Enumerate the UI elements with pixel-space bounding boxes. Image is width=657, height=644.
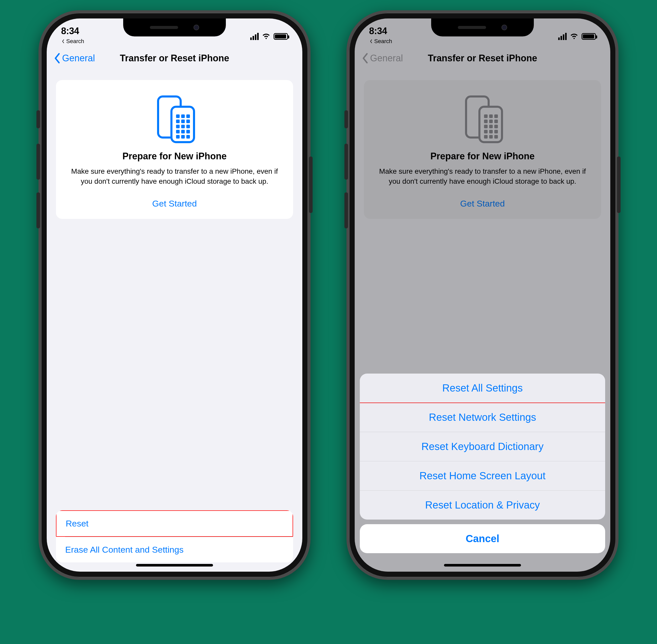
reset-label: Reset	[66, 519, 89, 528]
svg-rect-6	[181, 119, 185, 123]
breadcrumb-back-label: Search	[66, 38, 84, 45]
screen-right: 8:34 Search General Transfer or Reset iP…	[355, 19, 610, 572]
svg-rect-15	[181, 135, 185, 139]
volume-down-button	[344, 192, 348, 228]
cellular-signal-icon	[250, 33, 259, 40]
sheet-item-reset-network[interactable]: Reset Network Settings	[360, 403, 605, 432]
svg-rect-13	[186, 130, 190, 133]
sheet-item-reset-keyboard[interactable]: Reset Keyboard Dictionary	[360, 432, 605, 461]
battery-icon	[274, 33, 288, 40]
side-button	[617, 157, 620, 213]
silent-switch	[37, 110, 40, 128]
reset-action-sheet: Reset All Settings Reset Network Setting…	[360, 373, 605, 553]
svg-rect-2	[176, 114, 180, 118]
prepare-card: Prepare for New iPhone Make sure everyth…	[56, 80, 293, 219]
content-area: Prepare for New iPhone Make sure everyth…	[47, 70, 302, 572]
prepare-body: Make sure everything's ready to transfer…	[66, 166, 283, 186]
erase-label: Erase All Content and Settings	[65, 545, 183, 554]
iphone-frame-left: 8:34 Search General Transfer or Reset iP…	[39, 10, 311, 580]
silent-switch	[344, 110, 348, 128]
status-time: 8:34	[61, 26, 79, 37]
get-started-button[interactable]: Get Started	[152, 199, 197, 209]
volume-down-button	[37, 192, 40, 228]
svg-rect-16	[186, 135, 190, 139]
front-camera	[501, 25, 507, 30]
chevron-left-icon	[61, 39, 65, 43]
notch	[123, 19, 226, 37]
sheet-item-reset-all[interactable]: Reset All Settings	[360, 373, 605, 402]
svg-rect-10	[186, 125, 190, 128]
nav-back-label: General	[62, 53, 95, 64]
svg-rect-8	[176, 125, 180, 128]
sheet-cancel-button[interactable]: Cancel	[360, 524, 605, 553]
prepare-heading: Prepare for New iPhone	[66, 151, 283, 162]
iphone-frame-right: 8:34 Search General Transfer or Reset iP…	[346, 10, 618, 580]
home-indicator[interactable]	[136, 564, 213, 567]
svg-rect-3	[181, 114, 185, 118]
bottom-option-list: Reset Erase All Content and Settings	[56, 510, 293, 562]
svg-rect-7	[186, 119, 190, 123]
nav-bar: General Transfer or Reset iPhone	[47, 47, 302, 70]
chevron-left-icon	[54, 53, 61, 64]
action-sheet-group: Reset All Settings Reset Network Setting…	[360, 373, 605, 520]
reset-row[interactable]: Reset	[56, 510, 293, 537]
sheet-item-reset-location-privacy[interactable]: Reset Location & Privacy	[360, 490, 605, 520]
side-button	[309, 157, 313, 213]
volume-up-button	[344, 144, 348, 180]
svg-rect-4	[186, 114, 190, 118]
erase-row[interactable]: Erase All Content and Settings	[56, 537, 293, 562]
speaker-grille	[458, 26, 486, 29]
svg-rect-12	[181, 130, 185, 133]
svg-rect-14	[176, 135, 180, 139]
notch	[431, 19, 534, 37]
svg-rect-5	[176, 119, 180, 123]
nav-back-button[interactable]: General	[54, 53, 95, 64]
home-indicator[interactable]	[444, 564, 521, 567]
wifi-icon	[262, 33, 271, 40]
front-camera	[194, 25, 199, 30]
screen-left: 8:34 Search General Transfer or Reset iP…	[47, 19, 302, 572]
transfer-phones-icon	[66, 94, 283, 143]
speaker-grille	[150, 26, 178, 29]
svg-rect-9	[181, 125, 185, 128]
sheet-item-reset-home-layout[interactable]: Reset Home Screen Layout	[360, 461, 605, 490]
volume-up-button	[37, 144, 40, 180]
svg-rect-11	[176, 130, 180, 133]
breadcrumb-back-hint[interactable]: Search	[61, 38, 84, 45]
